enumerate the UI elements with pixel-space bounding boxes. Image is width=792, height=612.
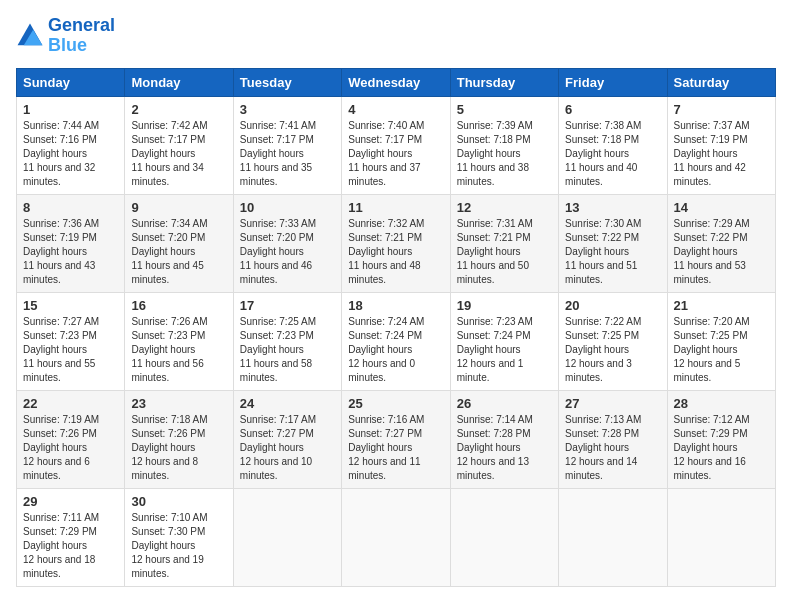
calendar-cell: 29 Sunrise: 7:11 AMSunset: 7:29 PMDaylig… — [17, 488, 125, 586]
calendar-table: SundayMondayTuesdayWednesdayThursdayFrid… — [16, 68, 776, 587]
day-detail: Sunrise: 7:26 AMSunset: 7:23 PMDaylight … — [131, 316, 207, 383]
day-detail: Sunrise: 7:10 AMSunset: 7:30 PMDaylight … — [131, 512, 207, 579]
calendar-cell: 15 Sunrise: 7:27 AMSunset: 7:23 PMDaylig… — [17, 292, 125, 390]
calendar-cell: 27 Sunrise: 7:13 AMSunset: 7:28 PMDaylig… — [559, 390, 667, 488]
day-number: 18 — [348, 298, 443, 313]
day-detail: Sunrise: 7:24 AMSunset: 7:24 PMDaylight … — [348, 316, 424, 383]
day-detail: Sunrise: 7:12 AMSunset: 7:29 PMDaylight … — [674, 414, 750, 481]
day-detail: Sunrise: 7:38 AMSunset: 7:18 PMDaylight … — [565, 120, 641, 187]
day-detail: Sunrise: 7:30 AMSunset: 7:22 PMDaylight … — [565, 218, 641, 285]
calendar-cell — [342, 488, 450, 586]
weekday-header-friday: Friday — [559, 68, 667, 96]
day-detail: Sunrise: 7:11 AMSunset: 7:29 PMDaylight … — [23, 512, 99, 579]
day-number: 10 — [240, 200, 335, 215]
calendar-cell: 16 Sunrise: 7:26 AMSunset: 7:23 PMDaylig… — [125, 292, 233, 390]
calendar-cell: 23 Sunrise: 7:18 AMSunset: 7:26 PMDaylig… — [125, 390, 233, 488]
day-number: 3 — [240, 102, 335, 117]
day-detail: Sunrise: 7:29 AMSunset: 7:22 PMDaylight … — [674, 218, 750, 285]
day-number: 8 — [23, 200, 118, 215]
day-number: 27 — [565, 396, 660, 411]
calendar-cell: 14 Sunrise: 7:29 AMSunset: 7:22 PMDaylig… — [667, 194, 775, 292]
weekday-header-monday: Monday — [125, 68, 233, 96]
calendar-cell: 17 Sunrise: 7:25 AMSunset: 7:23 PMDaylig… — [233, 292, 341, 390]
day-detail: Sunrise: 7:40 AMSunset: 7:17 PMDaylight … — [348, 120, 424, 187]
calendar-cell: 18 Sunrise: 7:24 AMSunset: 7:24 PMDaylig… — [342, 292, 450, 390]
day-detail: Sunrise: 7:25 AMSunset: 7:23 PMDaylight … — [240, 316, 316, 383]
day-detail: Sunrise: 7:36 AMSunset: 7:19 PMDaylight … — [23, 218, 99, 285]
calendar-cell: 22 Sunrise: 7:19 AMSunset: 7:26 PMDaylig… — [17, 390, 125, 488]
day-number: 2 — [131, 102, 226, 117]
calendar-cell — [667, 488, 775, 586]
calendar-cell: 9 Sunrise: 7:34 AMSunset: 7:20 PMDayligh… — [125, 194, 233, 292]
calendar-cell: 28 Sunrise: 7:12 AMSunset: 7:29 PMDaylig… — [667, 390, 775, 488]
calendar-cell: 8 Sunrise: 7:36 AMSunset: 7:19 PMDayligh… — [17, 194, 125, 292]
day-detail: Sunrise: 7:41 AMSunset: 7:17 PMDaylight … — [240, 120, 316, 187]
day-detail: Sunrise: 7:19 AMSunset: 7:26 PMDaylight … — [23, 414, 99, 481]
calendar-cell — [450, 488, 558, 586]
calendar-cell: 20 Sunrise: 7:22 AMSunset: 7:25 PMDaylig… — [559, 292, 667, 390]
day-number: 21 — [674, 298, 769, 313]
logo-icon — [16, 22, 44, 50]
day-detail: Sunrise: 7:27 AMSunset: 7:23 PMDaylight … — [23, 316, 99, 383]
calendar-cell: 4 Sunrise: 7:40 AMSunset: 7:17 PMDayligh… — [342, 96, 450, 194]
weekday-header-tuesday: Tuesday — [233, 68, 341, 96]
logo: General Blue — [16, 16, 115, 56]
calendar-cell — [233, 488, 341, 586]
day-number: 11 — [348, 200, 443, 215]
calendar-cell: 6 Sunrise: 7:38 AMSunset: 7:18 PMDayligh… — [559, 96, 667, 194]
day-detail: Sunrise: 7:23 AMSunset: 7:24 PMDaylight … — [457, 316, 533, 383]
weekday-header-saturday: Saturday — [667, 68, 775, 96]
day-number: 24 — [240, 396, 335, 411]
day-detail: Sunrise: 7:39 AMSunset: 7:18 PMDaylight … — [457, 120, 533, 187]
day-number: 25 — [348, 396, 443, 411]
day-number: 19 — [457, 298, 552, 313]
calendar-cell: 30 Sunrise: 7:10 AMSunset: 7:30 PMDaylig… — [125, 488, 233, 586]
day-number: 13 — [565, 200, 660, 215]
day-number: 14 — [674, 200, 769, 215]
calendar-cell: 1 Sunrise: 7:44 AMSunset: 7:16 PMDayligh… — [17, 96, 125, 194]
weekday-header-thursday: Thursday — [450, 68, 558, 96]
calendar-cell: 3 Sunrise: 7:41 AMSunset: 7:17 PMDayligh… — [233, 96, 341, 194]
logo-text: General Blue — [48, 16, 115, 56]
calendar-cell: 24 Sunrise: 7:17 AMSunset: 7:27 PMDaylig… — [233, 390, 341, 488]
day-detail: Sunrise: 7:20 AMSunset: 7:25 PMDaylight … — [674, 316, 750, 383]
day-number: 16 — [131, 298, 226, 313]
day-number: 15 — [23, 298, 118, 313]
calendar-cell: 12 Sunrise: 7:31 AMSunset: 7:21 PMDaylig… — [450, 194, 558, 292]
day-number: 30 — [131, 494, 226, 509]
weekday-header-sunday: Sunday — [17, 68, 125, 96]
day-detail: Sunrise: 7:42 AMSunset: 7:17 PMDaylight … — [131, 120, 207, 187]
calendar-cell: 10 Sunrise: 7:33 AMSunset: 7:20 PMDaylig… — [233, 194, 341, 292]
day-detail: Sunrise: 7:14 AMSunset: 7:28 PMDaylight … — [457, 414, 533, 481]
day-detail: Sunrise: 7:32 AMSunset: 7:21 PMDaylight … — [348, 218, 424, 285]
day-number: 17 — [240, 298, 335, 313]
day-number: 5 — [457, 102, 552, 117]
calendar-cell: 5 Sunrise: 7:39 AMSunset: 7:18 PMDayligh… — [450, 96, 558, 194]
calendar-cell — [559, 488, 667, 586]
day-detail: Sunrise: 7:18 AMSunset: 7:26 PMDaylight … — [131, 414, 207, 481]
day-number: 7 — [674, 102, 769, 117]
day-detail: Sunrise: 7:34 AMSunset: 7:20 PMDaylight … — [131, 218, 207, 285]
day-detail: Sunrise: 7:44 AMSunset: 7:16 PMDaylight … — [23, 120, 99, 187]
day-number: 12 — [457, 200, 552, 215]
day-number: 22 — [23, 396, 118, 411]
day-number: 20 — [565, 298, 660, 313]
day-detail: Sunrise: 7:22 AMSunset: 7:25 PMDaylight … — [565, 316, 641, 383]
day-number: 28 — [674, 396, 769, 411]
page-header: General Blue — [16, 16, 776, 56]
day-detail: Sunrise: 7:17 AMSunset: 7:27 PMDaylight … — [240, 414, 316, 481]
day-number: 29 — [23, 494, 118, 509]
calendar-cell: 25 Sunrise: 7:16 AMSunset: 7:27 PMDaylig… — [342, 390, 450, 488]
day-detail: Sunrise: 7:37 AMSunset: 7:19 PMDaylight … — [674, 120, 750, 187]
day-number: 6 — [565, 102, 660, 117]
day-detail: Sunrise: 7:33 AMSunset: 7:20 PMDaylight … — [240, 218, 316, 285]
calendar-cell: 7 Sunrise: 7:37 AMSunset: 7:19 PMDayligh… — [667, 96, 775, 194]
day-number: 26 — [457, 396, 552, 411]
day-number: 1 — [23, 102, 118, 117]
day-detail: Sunrise: 7:16 AMSunset: 7:27 PMDaylight … — [348, 414, 424, 481]
day-detail: Sunrise: 7:31 AMSunset: 7:21 PMDaylight … — [457, 218, 533, 285]
day-detail: Sunrise: 7:13 AMSunset: 7:28 PMDaylight … — [565, 414, 641, 481]
weekday-header-wednesday: Wednesday — [342, 68, 450, 96]
calendar-cell: 19 Sunrise: 7:23 AMSunset: 7:24 PMDaylig… — [450, 292, 558, 390]
calendar-cell: 11 Sunrise: 7:32 AMSunset: 7:21 PMDaylig… — [342, 194, 450, 292]
